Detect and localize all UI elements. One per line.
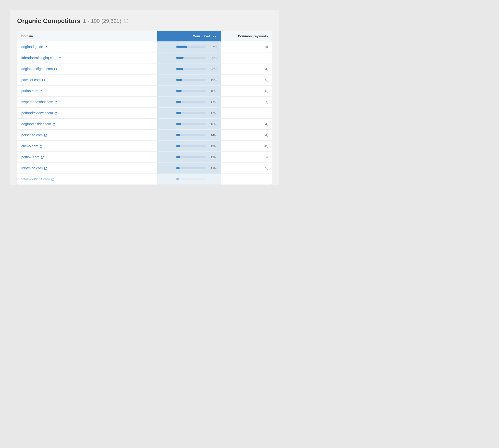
page-container: Organic Competitors 1 - 100 (29,621) ⓘ D… <box>10 10 279 185</box>
cell-keywords: 4 <box>221 152 272 163</box>
bar-wrapper <box>176 156 206 158</box>
external-link-icon[interactable] <box>54 112 58 115</box>
pct-label: 14% <box>208 133 217 137</box>
table-row: pawdiet.com 19%5, <box>17 75 272 85</box>
external-link-icon[interactable] <box>58 56 61 60</box>
cell-domain: k9ofmine.com <box>17 163 157 174</box>
cell-keywords: 4, <box>221 64 272 75</box>
domain-link[interactable]: dogfood.guide <box>21 45 153 49</box>
bar-wrapper <box>176 145 206 147</box>
domain-link[interactable]: petfoodreviewer.com <box>21 111 153 115</box>
external-link-icon[interactable] <box>41 156 44 159</box>
cell-domain: mypetneedsthat.com <box>17 96 157 108</box>
domain-link[interactable]: purina.com <box>21 89 153 93</box>
cell-com-level <box>157 174 221 185</box>
bar-wrapper <box>176 101 206 103</box>
title-text: Organic Competitors <box>17 17 81 25</box>
domain-link[interactable]: mypetneedsthat.com <box>21 100 153 104</box>
bar-fill <box>176 79 182 81</box>
external-link-icon[interactable] <box>52 123 56 126</box>
domain-link[interactable]: petsense.com <box>21 133 153 137</box>
cell-keywords: 6, <box>221 85 272 96</box>
bar-fill <box>176 123 181 125</box>
bar-wrapper <box>176 79 206 81</box>
external-link-icon[interactable] <box>44 167 47 170</box>
external-link-icon[interactable] <box>51 178 54 181</box>
bar-wrapper <box>176 123 206 125</box>
domain-link[interactable]: chewy.com <box>21 144 153 148</box>
bar-fill <box>176 90 182 92</box>
domain-link[interactable]: pawdiet.com <box>21 78 153 82</box>
cell-keywords: 10 <box>221 41 272 52</box>
pct-label: 23% <box>208 67 217 71</box>
page-title: Organic Competitors 1 - 100 (29,621) ⓘ <box>17 17 272 25</box>
cell-keywords: 5, <box>221 75 272 85</box>
cell-com-level: 18% <box>157 85 221 96</box>
bar-fill <box>176 134 180 136</box>
pct-label: 13% <box>208 144 217 148</box>
cell-keywords <box>221 174 272 185</box>
domain-link[interactable]: totallygoldens.com <box>21 177 153 181</box>
table-row: k9ofmine.com 11%5, <box>17 163 272 174</box>
bar-fill <box>176 46 187 48</box>
external-link-icon[interactable] <box>44 134 47 137</box>
domain-link[interactable]: dogfoodinsider.com <box>21 122 153 126</box>
external-link-icon[interactable] <box>54 67 57 71</box>
table-row: dogfoodinsider.com 16%4, <box>17 119 272 130</box>
sort-arrows-icon[interactable]: ▲▼ <box>212 35 217 38</box>
column-keywords: Common Keywords <box>221 31 272 41</box>
external-link-icon[interactable] <box>40 144 43 148</box>
bar-fill <box>176 101 181 103</box>
cell-com-level: 11% <box>157 163 221 174</box>
external-link-icon[interactable] <box>45 45 48 48</box>
cell-com-level: 13% <box>157 141 221 152</box>
table-body: dogfood.guide 37%10labradortraininghq.co… <box>17 41 272 185</box>
cell-com-level: 17% <box>157 108 221 119</box>
cell-com-level: 17% <box>157 96 221 108</box>
external-link-icon[interactable] <box>42 79 45 82</box>
external-link-icon[interactable] <box>40 89 43 93</box>
cell-com-level: 14% <box>157 130 221 141</box>
pct-label: 17% <box>208 100 217 104</box>
external-link-icon[interactable] <box>55 100 58 104</box>
domain-link[interactable]: petflow.com <box>21 155 153 159</box>
cell-keywords: 4, <box>221 119 272 130</box>
cell-keywords: 7, <box>221 96 272 108</box>
bar-fill <box>176 156 180 158</box>
cell-domain: petsense.com <box>17 130 157 141</box>
bar-wrapper <box>176 167 206 169</box>
cell-keywords <box>221 52 272 64</box>
bar-wrapper <box>176 57 206 59</box>
competitors-table: Domain Com. Level ▲▼ Common Keywords dog… <box>17 31 272 185</box>
table-row: totallygoldens.com <box>17 174 272 185</box>
cell-keywords: 4, <box>221 130 272 141</box>
pct-label: 16% <box>208 122 217 126</box>
bar-wrapper <box>176 68 206 70</box>
bar-fill <box>176 167 179 169</box>
cell-domain: dogloversdigest.com <box>17 64 157 75</box>
domain-link[interactable]: dogloversdigest.com <box>21 67 153 71</box>
column-com-level[interactable]: Com. Level ▲▼ <box>157 31 221 41</box>
competitors-table-wrapper: Domain Com. Level ▲▼ Common Keywords dog… <box>17 31 272 185</box>
cell-com-level: 16% <box>157 119 221 130</box>
cell-domain: dogfood.guide <box>17 41 157 52</box>
bar-fill <box>176 112 181 114</box>
bar-fill <box>176 178 179 180</box>
pct-label: 18% <box>208 89 217 93</box>
pct-label: 12% <box>208 155 217 159</box>
bar-wrapper <box>176 46 206 48</box>
domain-link[interactable]: k9ofmine.com <box>21 166 153 170</box>
info-icon[interactable]: ⓘ <box>124 18 128 24</box>
pct-label: 37% <box>208 45 217 49</box>
pct-label: 19% <box>208 78 217 82</box>
bar-fill <box>176 145 180 147</box>
table-row: mypetneedsthat.com 17%7, <box>17 96 272 108</box>
bar-wrapper <box>176 112 206 114</box>
table-row: petflow.com 12%4 <box>17 152 272 163</box>
pct-label: 11% <box>208 166 217 170</box>
bar-wrapper <box>176 134 206 136</box>
column-domain: Domain <box>17 31 157 41</box>
table-row: petfoodreviewer.com 17% <box>17 108 272 119</box>
cell-domain: totallygoldens.com <box>17 174 157 185</box>
domain-link[interactable]: labradortraininghq.com <box>21 56 153 60</box>
